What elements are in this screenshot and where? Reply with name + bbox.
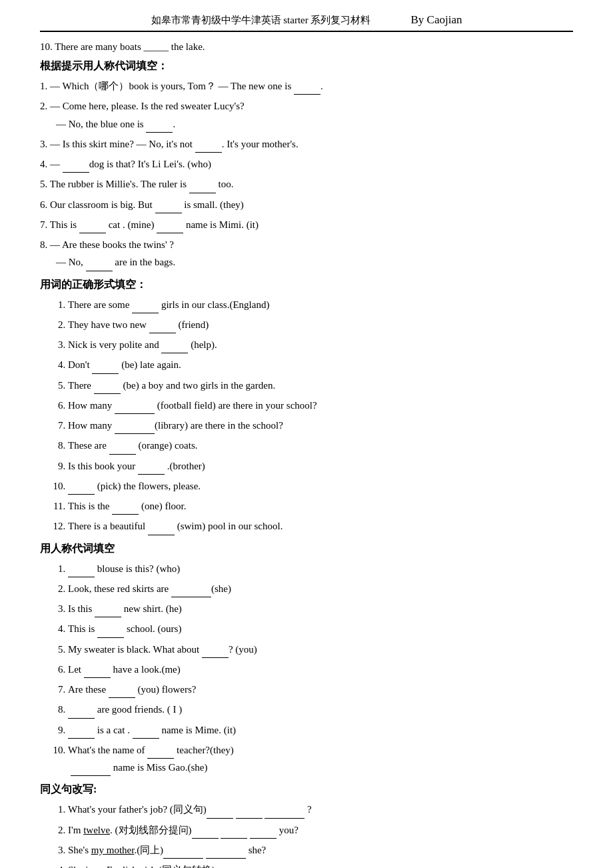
list-item: 5. The rubber is Millie's. The ruler is … xyxy=(40,175,573,193)
list-item: How many (football field) are there in y… xyxy=(68,397,573,414)
list-item: 2. — Come here, please. Is the red sweat… xyxy=(40,97,573,115)
list-item: This is school. (ours) xyxy=(68,620,573,637)
list-item: Look, these red skirts are (she) xyxy=(68,580,573,597)
section1-content: 1. — Which（哪个）book is yours, Tom？ — The … xyxy=(40,77,573,271)
section4-title: 同义句改写: xyxy=(40,783,573,797)
list-item: Don't (be) late again. xyxy=(68,356,573,373)
intro-item: 10. There are many boats _____ the lake. xyxy=(40,41,573,53)
header-author: By Caojian xyxy=(411,13,462,27)
section4-content: What's your father's job? (同义句) ? I'm tw… xyxy=(40,801,573,868)
list-item: are good friends. ( I ) xyxy=(68,701,573,718)
list-item-sub: — No, the blue one is . xyxy=(56,115,573,133)
section2-content: There are some girls in our class.(Engla… xyxy=(40,296,573,535)
list-item: There are some girls in our class.(Engla… xyxy=(68,296,573,313)
list-item: 7. This is cat . (mine) name is Mimi. (i… xyxy=(40,216,573,233)
section1-title: 根据提示用人称代词填空： xyxy=(40,59,573,73)
list-item: I'm twelve. (对划线部分提问) you? xyxy=(68,821,573,839)
list-item: Is this new shirt. (he) xyxy=(68,600,573,617)
list-item: Are these (you) flowers? xyxy=(68,681,573,698)
list-item: There (be) a boy and two girls in the ga… xyxy=(68,377,573,394)
list-item: They have two new (friend) xyxy=(68,316,573,333)
list-item: Nick is very polite and (help). xyxy=(68,336,573,353)
list-item: blouse is this? (who) xyxy=(68,560,573,577)
list-item: 4. — dog is that? It's Li Lei's. (who) xyxy=(40,155,573,173)
list-item: My sweater is black. What about ? (you) xyxy=(68,641,573,658)
list-item: (pick) the flowers, please. xyxy=(68,477,573,495)
list-item: What's the name of teacher?(they) name i… xyxy=(68,741,573,777)
list-item-sub: — No, are in the bags. xyxy=(56,253,573,271)
section3-content: blouse is this? (who) Look, these red sk… xyxy=(40,560,573,777)
list-item: 1. — Which（哪个）book is yours, Tom？ — The … xyxy=(40,77,573,95)
list-item: What's your father's job? (同义句) ? xyxy=(68,801,573,818)
list-item: This is the (one) floor. xyxy=(68,497,573,515)
list-item: There is a beautiful (swim) pool in our … xyxy=(68,517,573,535)
header: 如皋市常青初级中学牛津英语 starter 系列复习材料 By Caojian xyxy=(40,13,573,32)
list-item: She's my mother.(同上) she? xyxy=(68,841,573,859)
list-item: How many (library) are there in the scho… xyxy=(68,417,573,434)
list-item: is a cat . name is Mime. (it) xyxy=(68,721,573,739)
section3-title: 用人称代词填空 xyxy=(40,542,573,556)
list-item: 8. — Are these books the twins' ? xyxy=(40,236,573,253)
list-item: These are (orange) coats. xyxy=(68,437,573,454)
list-item: 3. — Is this skirt mine? — No, it's not … xyxy=(40,135,573,153)
list-item: She is an English girl. (同义句转换) The girl… xyxy=(68,861,573,868)
list-item: Is this book your .(brother) xyxy=(68,457,573,475)
list-item: Let have a look.(me) xyxy=(68,661,573,678)
header-title: 如皋市常青初级中学牛津英语 starter 系列复习材料 xyxy=(151,14,371,27)
section2-title: 用词的正确形式填空： xyxy=(40,278,573,292)
list-item: 6. Our classroom is big. But is small. (… xyxy=(40,196,573,213)
intro-item-10: 10. There are many boats _____ the lake. xyxy=(40,41,205,52)
